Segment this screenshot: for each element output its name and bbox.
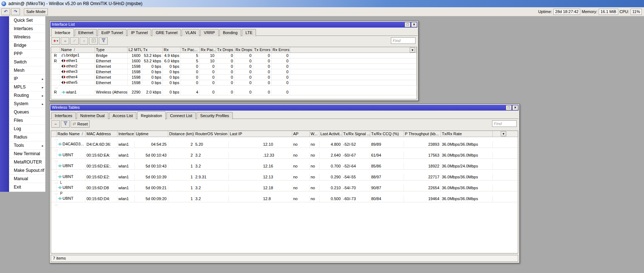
cell-routeros-version[interactable]: 3.2: [194, 152, 228, 158]
table-row[interactable]: Rether1Ethernet160053.2 kbps6.0 kbps5100…: [51, 58, 416, 63]
cell-distance[interactable]: 1: [168, 185, 194, 191]
comment-row[interactable]: :::: [51, 202, 518, 206]
find-input[interactable]: [492, 120, 517, 127]
column-header-item[interactable]: [51, 131, 56, 137]
cell-l2-mtu[interactable]: 1598: [127, 69, 142, 74]
cell-rx-packet[interactable]: 10: [199, 53, 216, 58]
cell-radio-name[interactable]: UBNT: [56, 174, 85, 180]
sidebar-item-queues[interactable]: Queues: [9, 108, 45, 116]
cell-tx-errors[interactable]: 0: [253, 74, 271, 80]
cell-sel[interactable]: [51, 152, 56, 158]
cell-signal[interactable]: -54/-70: [342, 185, 370, 191]
cell-mac-address[interactable]: 00:15:6D:E2:: [85, 174, 117, 180]
column-header-p-throughput-kb[interactable]: P Throughput (kb...: [404, 131, 441, 137]
tab-connect-list[interactable]: Connect List: [166, 112, 196, 119]
cell-tx[interactable]: 0 bps: [142, 80, 162, 85]
cell-ccq[interactable]: 80/84: [370, 195, 404, 202]
cell-tx[interactable]: 0 bps: [142, 69, 162, 74]
cell-ccq[interactable]: 90/87: [370, 185, 404, 191]
cell-signal[interactable]: -60/-73: [342, 195, 370, 202]
sidebar-item-ppp[interactable]: PPP: [9, 50, 45, 58]
cell-wds[interactable]: no: [309, 185, 319, 191]
cell-tx-errors[interactable]: 0: [253, 53, 271, 58]
cell-type[interactable]: Ethernet: [95, 63, 127, 69]
sidebar-item-manual[interactable]: Manual: [9, 175, 45, 183]
table-row[interactable]: D4CA6D3...D4:CA:6D:36:wlan104:54:2525.20…: [51, 141, 518, 148]
column-header-ap[interactable]: AP: [292, 131, 309, 137]
cell-type[interactable]: Bridge: [95, 53, 127, 58]
sidebar-item-wireless[interactable]: Wireless: [9, 33, 45, 41]
cell-uptime[interactable]: 5d 00:09:21: [135, 185, 168, 191]
cell-flag[interactable]: [51, 63, 60, 69]
find-input[interactable]: [391, 37, 416, 44]
cell-tx-errors[interactable]: 0: [253, 90, 271, 95]
sidebar-item-ip[interactable]: IP▸: [9, 75, 45, 83]
cell-interface[interactable]: wlan1: [117, 195, 135, 202]
cell-last-activity[interactable]: 0.500: [319, 195, 342, 202]
column-header-tx-rx-ccq[interactable]: Tx/Rx CCQ (%): [370, 131, 404, 137]
comment-row[interactable]: :::: [51, 169, 518, 174]
cell-flag[interactable]: [51, 80, 60, 85]
cell-l2-mtu[interactable]: 2290: [127, 90, 142, 95]
cell-ap[interactable]: no: [292, 174, 309, 180]
cell-wds[interactable]: no: [309, 163, 319, 169]
column-header-rx-drops[interactable]: Rx Drops: [234, 47, 253, 53]
tab-gre-tunnel[interactable]: GRE Tunnel: [152, 29, 181, 36]
maximize-icon[interactable]: □: [405, 22, 410, 27]
column-header-tx-errors[interactable]: Tx Errors: [253, 47, 271, 53]
cell-rx-packet[interactable]: 0: [199, 69, 216, 74]
cell-rate[interactable]: 36.0Mbps/36.0Mbps: [441, 152, 492, 158]
column-selector-dropdown-icon[interactable]: ▼: [501, 131, 506, 136]
cell-last-ip[interactable]: 12.10: [228, 141, 292, 148]
cell-mac-address[interactable]: 00:15:6D:EA:: [85, 152, 117, 158]
cell-type[interactable]: Ethernet: [95, 58, 127, 63]
cell-l2-mtu[interactable]: 1598: [127, 63, 142, 69]
cell-tx-errors[interactable]: 0: [253, 58, 271, 63]
cell-rx-drops[interactable]: 0: [234, 53, 253, 58]
cell-sel[interactable]: [51, 163, 56, 169]
table-row[interactable]: UBNT00:15:6D:EA:wlan15d 00:10:4323.2.12.…: [51, 152, 518, 158]
comment-row[interactable]: :::P: [51, 191, 518, 195]
column-header-last-ip[interactable]: Last IP: [228, 131, 292, 137]
cell-l2-mtu[interactable]: 1598: [127, 80, 142, 85]
cell-rx-drops[interactable]: 0: [234, 80, 253, 85]
cell-ap[interactable]: no: [292, 152, 309, 158]
cell-ap[interactable]: no: [292, 141, 309, 148]
table-row[interactable]: Rbridge1Bridge160053.2 kbps4.9 kbps51000…: [51, 53, 416, 58]
cell-wds[interactable]: no: [309, 152, 319, 158]
column-header-tx-pac[interactable]: Tx Pac...: [181, 47, 199, 53]
cell-name[interactable]: bridge1: [60, 53, 95, 58]
disable-button[interactable]: ×: [80, 37, 88, 45]
column-header-tx-drops[interactable]: Tx Drops: [216, 47, 234, 53]
cell-type[interactable]: Ethernet: [95, 74, 127, 80]
comment-row[interactable]: :::L: [51, 180, 518, 185]
cell-ap[interactable]: no: [292, 163, 309, 169]
table-row[interactable]: ether3Ethernet15980 bps0 bps000000: [51, 69, 416, 74]
column-selector-dropdown-icon[interactable]: ▼: [410, 47, 415, 53]
cell-name[interactable]: ether2: [60, 63, 95, 69]
cell-signal[interactable]: -52/-64: [342, 163, 370, 169]
cell-ccq[interactable]: 89/89: [370, 141, 404, 148]
cell-distance[interactable]: 2: [168, 141, 194, 148]
close-icon[interactable]: ×: [512, 105, 518, 110]
cell-mac-address[interactable]: 00:15:6D:EE:.: [85, 163, 117, 169]
cell-name[interactable]: wlan1: [60, 90, 95, 95]
sidebar-item-new-terminal[interactable]: New Terminal: [9, 150, 45, 158]
cell-ap[interactable]: no: [292, 185, 309, 191]
tab-lte[interactable]: LTE: [242, 29, 256, 36]
cell-rx-errors[interactable]: 0: [271, 74, 290, 80]
cell-rx[interactable]: 0 bps: [162, 69, 181, 74]
cell-interface[interactable]: wlan1: [117, 163, 135, 169]
tab-nstreme-dual[interactable]: Nstreme Dual: [77, 112, 108, 119]
sidebar-item-tools[interactable]: Tools▸: [9, 141, 45, 150]
cell-l2-mtu[interactable]: 1600: [127, 53, 142, 58]
sidebar-item-mpls[interactable]: MPLS▸: [9, 83, 45, 91]
cell-sel[interactable]: [51, 174, 56, 180]
cell-radio-name[interactable]: UBNT: [56, 152, 85, 158]
cell-wds[interactable]: no: [309, 195, 319, 202]
maximize-icon[interactable]: □: [506, 105, 512, 110]
cell-flag[interactable]: R: [51, 90, 60, 95]
cell-rx-packet[interactable]: 0: [199, 90, 216, 95]
column-header-last-activit[interactable]: Last Activit...: [319, 131, 342, 137]
cell-rx-errors[interactable]: 0: [271, 58, 290, 63]
